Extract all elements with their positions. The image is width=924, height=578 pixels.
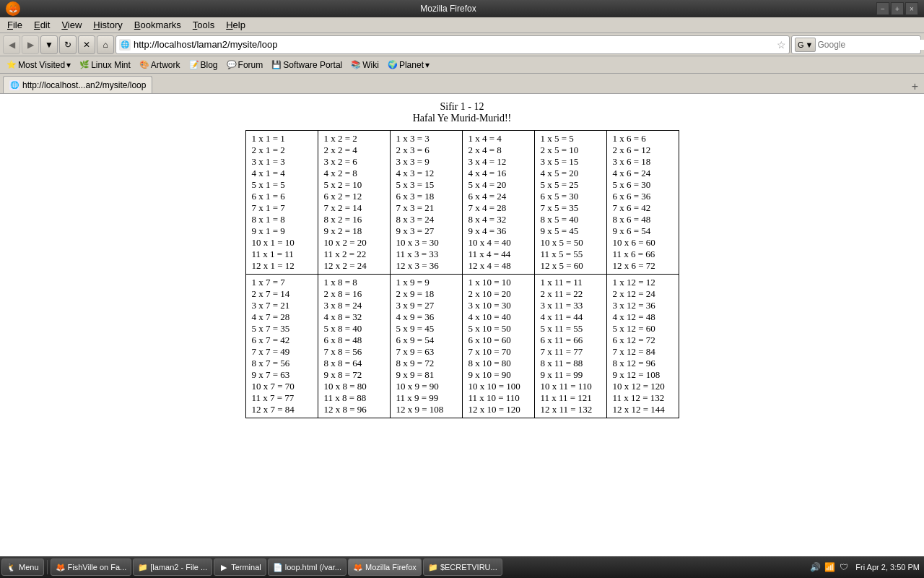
table-cell: 1 x 1 = 12 x 1 = 23 x 1 = 34 x 1 = 45 x … <box>245 131 318 275</box>
blog-icon: 📝 <box>189 60 199 69</box>
firefox-logo-icon: 🦊 <box>6 1 20 16</box>
artwork-label: Artwork <box>151 60 180 70</box>
terminal-icon: ▶ <box>219 562 229 572</box>
table-cell: 1 x 5 = 52 x 5 = 103 x 5 = 154 x 5 = 205… <box>534 131 606 275</box>
history-dropdown-button[interactable]: ▼ <box>40 35 58 54</box>
linux-mint-icon: 🌿 <box>79 60 90 69</box>
planet-label: Planet <box>399 60 424 70</box>
most-visited-icon: ⭐ <box>6 60 17 69</box>
google-icon: G <box>798 40 804 49</box>
taskbar-terminal[interactable]: ▶ Terminal <box>214 558 266 576</box>
taskbar-editor[interactable]: 📄 loop.html (/var... <box>268 558 346 576</box>
planet-dropdown-icon: ▾ <box>425 60 430 70</box>
bookmark-most-visited[interactable]: ⭐ Most Visited ▾ <box>3 59 74 72</box>
network-icon[interactable]: 📶 <box>824 561 835 573</box>
menu-tools[interactable]: Tools <box>188 18 219 32</box>
menu-help[interactable]: Help <box>222 18 250 32</box>
search-engine-dropdown-icon: ▼ <box>806 40 814 49</box>
antivirus-icon[interactable]: 🛡 <box>838 561 850 573</box>
taskbar-menu-label: Menu <box>19 563 39 571</box>
taskbar-filemanager[interactable]: 📁 [laman2 - File ... <box>133 558 212 576</box>
filemanager-icon: 📁 <box>138 562 148 572</box>
fishville-icon: 🦊 <box>56 562 66 572</box>
new-tab-button[interactable]: + <box>909 80 921 93</box>
volume-icon[interactable]: 🔊 <box>809 561 821 573</box>
bookmark-planet[interactable]: 🌍 Planet ▾ <box>384 59 433 72</box>
menu-edit[interactable]: Edit <box>30 18 54 32</box>
main-wrapper: 🦊 Mozilla Firefox − + × File Edit View H… <box>0 0 924 578</box>
window-title: Mozilla Firefox <box>20 4 876 14</box>
bookmark-forum[interactable]: 💬 Forum <box>223 59 267 72</box>
back-button[interactable]: ◀ <box>3 35 20 54</box>
multiplication-table: 1 x 1 = 12 x 1 = 23 x 1 = 34 x 1 = 45 x … <box>245 130 679 418</box>
bookmark-software-portal[interactable]: 💾 Software Portal <box>268 59 346 72</box>
clock: Fri Apr 2, 3:50 PM <box>853 563 923 571</box>
linux-mint-label: Linux Mint <box>91 60 131 70</box>
forward-button[interactable]: ▶ <box>22 35 39 54</box>
tab-favicon: 🌐 <box>9 80 19 90</box>
search-bar: G ▼ 🔍 <box>791 35 921 54</box>
table-cell: 1 x 11 = 112 x 11 = 223 x 11 = 334 x 11 … <box>534 275 606 418</box>
search-input[interactable] <box>817 40 924 50</box>
window-controls: − + × <box>876 2 918 15</box>
software-portal-label: Software Portal <box>283 60 342 70</box>
page-title-line2: Hafal Ye Murid-Murid!! <box>0 113 924 124</box>
menu-file[interactable]: File <box>3 18 27 32</box>
menu-icon: 🐧 <box>6 562 17 572</box>
minimize-button[interactable]: − <box>876 2 889 15</box>
taskbar-firefox[interactable]: 🦊 Mozilla Firefox <box>348 558 422 576</box>
bookmark-blog[interactable]: 📝 Blog <box>186 59 222 72</box>
table-cell: 1 x 10 = 102 x 10 = 203 x 10 = 304 x 10 … <box>462 275 534 418</box>
table-cell: 1 x 8 = 82 x 8 = 163 x 8 = 244 x 8 = 325… <box>318 275 390 418</box>
taskbar-right: 🔊 📶 🛡 Fri Apr 2, 3:50 PM <box>809 561 923 573</box>
secretviru-icon: 📁 <box>428 562 438 572</box>
software-portal-icon: 💾 <box>271 60 282 69</box>
blog-label: Blog <box>201 60 218 70</box>
bookmark-artwork[interactable]: 🎨 Artwork <box>136 59 184 72</box>
taskbar-secretviru[interactable]: 📁 $ECRETVIRU... <box>423 558 502 576</box>
reload-button[interactable]: ↻ <box>59 35 77 54</box>
planet-icon: 🌍 <box>388 60 398 69</box>
menu-bookmarks[interactable]: Bookmarks <box>130 18 186 32</box>
table-cell: 1 x 3 = 32 x 3 = 63 x 3 = 94 x 3 = 125 x… <box>390 131 462 275</box>
browser-tab[interactable]: 🌐 http://localhost...an2/mysite/loop <box>3 76 152 93</box>
taskbar-fishville[interactable]: 🦊 FishVille on Fa... <box>51 558 132 576</box>
bookmark-wiki[interactable]: 📚 Wiki <box>347 59 383 72</box>
forum-label: Forum <box>238 60 263 70</box>
taskbar-menu[interactable]: 🐧 Menu <box>1 558 44 576</box>
table-cell: 1 x 4 = 42 x 4 = 83 x 4 = 124 x 4 = 165 … <box>462 131 534 275</box>
taskbar-separator-1 <box>47 560 48 574</box>
address-input[interactable] <box>134 39 774 50</box>
firefox-taskbar-icon: 🦊 <box>353 562 363 572</box>
menu-view[interactable]: View <box>57 18 86 32</box>
taskbar-filemanager-label: [laman2 - File ... <box>150 563 207 571</box>
bookmark-star-icon[interactable]: ☆ <box>777 39 786 51</box>
wiki-label: Wiki <box>362 60 379 70</box>
table-cell: 1 x 12 = 122 x 12 = 243 x 12 = 364 x 12 … <box>606 275 679 418</box>
table-cell: 1 x 7 = 72 x 7 = 143 x 7 = 214 x 7 = 285… <box>245 275 318 418</box>
artwork-icon: 🎨 <box>139 60 149 69</box>
wiki-icon: 📚 <box>351 60 361 69</box>
close-button[interactable]: × <box>905 2 918 15</box>
taskbar-terminal-label: Terminal <box>231 563 261 571</box>
site-icon: 🌐 <box>119 39 131 51</box>
most-visited-label: Most Visited <box>18 60 65 70</box>
titlebar: 🦊 Mozilla Firefox − + × <box>0 0 924 17</box>
taskbar-secretviru-label: $ECRETVIRU... <box>440 563 497 571</box>
most-visited-dropdown-icon: ▾ <box>66 60 71 70</box>
tab-label: http://localhost...an2/mysite/loop <box>22 80 146 90</box>
maximize-button[interactable]: + <box>891 2 904 15</box>
address-bar[interactable]: 🌐 ☆ <box>116 35 790 54</box>
bookmark-linux-mint[interactable]: 🌿 Linux Mint <box>76 59 134 72</box>
taskbar-fishville-label: FishVille on Fa... <box>68 563 127 571</box>
menu-history[interactable]: History <box>89 18 126 32</box>
content-area: Sifir 1 - 12 Hafal Ye Murid-Murid!! 1 x … <box>0 94 924 562</box>
tabbar: 🌐 http://localhost...an2/mysite/loop + <box>0 74 924 94</box>
taskbar-editor-label: loop.html (/var... <box>285 563 341 571</box>
taskbar: 🐧 Menu 🦊 FishVille on Fa... 📁 [laman2 - … <box>0 556 924 578</box>
stop-button[interactable]: ✕ <box>78 35 95 54</box>
home-button[interactable]: ⌂ <box>97 35 114 54</box>
table-cell: 1 x 9 = 92 x 9 = 183 x 9 = 274 x 9 = 365… <box>390 275 462 418</box>
search-engine-button[interactable]: G ▼ <box>795 38 816 52</box>
forum-icon: 💬 <box>227 60 237 69</box>
